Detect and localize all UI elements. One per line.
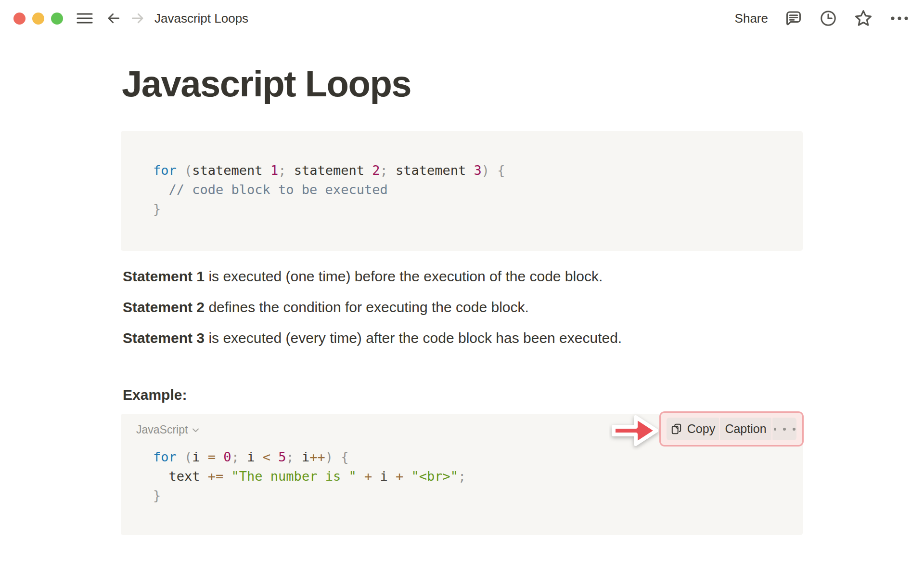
comments-icon[interactable]	[784, 9, 803, 27]
language-label: JavaScript	[136, 423, 188, 436]
hamburger-menu-icon[interactable]	[77, 11, 93, 26]
paragraph-statement-1: Statement 1 is executed (one time) befor…	[123, 267, 924, 286]
more-options-button[interactable]	[772, 418, 796, 440]
body-paragraphs: Statement 1 is executed (one time) befor…	[123, 267, 924, 347]
copy-label: Copy	[687, 422, 715, 436]
ellipsis-dot	[783, 428, 786, 431]
traffic-lights	[13, 13, 63, 25]
window-titlebar: Javascript Loops Share	[0, 0, 924, 37]
example-heading: Example:	[123, 386, 924, 404]
copy-icon	[670, 423, 683, 435]
close-window-button[interactable]	[13, 13, 26, 25]
history-clock-icon[interactable]	[819, 9, 837, 27]
annotation-arrow-icon	[609, 411, 660, 450]
back-arrow-icon[interactable]	[105, 11, 122, 26]
paragraph-text: defines the condition for executing the …	[205, 299, 529, 315]
more-ellipsis-icon[interactable]	[889, 9, 910, 27]
breadcrumb-page-title[interactable]: Javascript Loops	[154, 11, 248, 26]
copy-button[interactable]: Copy	[667, 418, 719, 440]
paragraph-statement-2: Statement 2 defines the condition for ex…	[123, 298, 924, 316]
forward-arrow-icon[interactable]	[129, 11, 146, 26]
bold-text: Statement 3	[123, 330, 205, 346]
code-content: for (statement 1; statement 2; statement…	[121, 131, 803, 246]
paragraph-text: is executed (one time) before the execut…	[205, 268, 603, 284]
caption-button[interactable]: Caption	[720, 418, 771, 440]
ellipsis-dot	[774, 428, 777, 431]
caption-label: Caption	[725, 422, 766, 436]
code-hover-toolbar: Copy Caption	[659, 411, 804, 447]
page-content: Javascript Loops for (statement 1; state…	[0, 63, 924, 535]
ellipsis-dot	[793, 428, 796, 431]
zoom-window-button[interactable]	[51, 13, 63, 25]
language-dropdown[interactable]: JavaScript	[136, 423, 199, 436]
paragraph-text: is executed (every time) after the code …	[205, 330, 622, 346]
minimize-window-button[interactable]	[32, 13, 44, 25]
chevron-down-icon	[192, 428, 199, 433]
share-button[interactable]: Share	[735, 11, 768, 26]
code-block-syntax[interactable]: for (statement 1; statement 2; statement…	[121, 131, 803, 251]
bold-text: Statement 2	[123, 299, 205, 315]
bold-text: Statement 1	[123, 268, 205, 284]
code-block-example[interactable]: JavaScript for (i = 0; i < 5; i++) { tex…	[121, 414, 803, 535]
paragraph-statement-3: Statement 3 is executed (every time) aft…	[123, 329, 924, 347]
page-title: Javascript Loops	[122, 63, 924, 105]
favorite-star-icon[interactable]	[854, 9, 873, 28]
